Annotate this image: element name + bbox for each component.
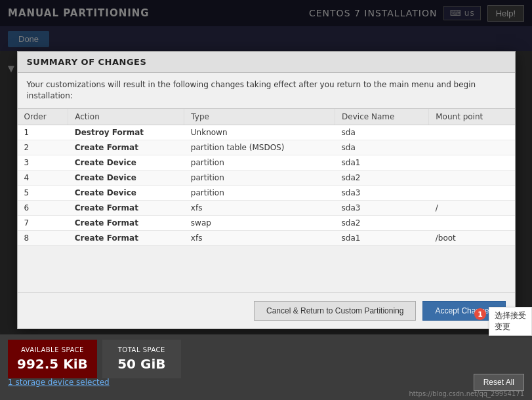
cell-mount [429, 140, 515, 155]
cell-mount [429, 215, 515, 230]
table-body: 1Destroy FormatUnknownsda2Create Formatp… [18, 125, 515, 245]
cell-order: 8 [18, 230, 68, 245]
cell-device: sda1 [335, 230, 429, 245]
table-header: Order Action Type Device Name Mount poin… [18, 109, 515, 125]
cell-action: Create Format [68, 140, 184, 155]
cell-device: sda3 [335, 200, 429, 215]
table-row: 4Create Devicepartitionsda2 [18, 170, 515, 185]
modal-footer: Cancel & Return to Custom Partitioning A… [18, 292, 515, 329]
total-space-value: 50 GiB [112, 356, 172, 372]
modal-description: Your customizations will result in the f… [18, 73, 515, 109]
cell-order: 6 [18, 200, 68, 215]
table-row: 7Create Formatswapsda2 [18, 215, 515, 230]
bottom-bar: AVAILABLE SPACE 992.5 KiB TOTAL SPACE 50… [0, 334, 532, 400]
cell-type: partition [184, 185, 335, 200]
col-device: Device Name [335, 109, 429, 125]
cancel-button[interactable]: Cancel & Return to Custom Partitioning [254, 301, 416, 321]
cell-action: Destroy Format [68, 125, 184, 140]
tooltip-text: 选择接受变更 [489, 307, 532, 336]
cell-device: sda [335, 125, 429, 140]
table-row: 6Create Formatxfssda3/ [18, 200, 515, 215]
reset-all-button[interactable]: Reset All [474, 374, 524, 391]
cell-order: 7 [18, 215, 68, 230]
cell-action: Create Device [68, 185, 184, 200]
total-space-label: TOTAL SPACE [112, 346, 172, 353]
cell-order: 2 [18, 140, 68, 155]
cell-type: partition table (MSDOS) [184, 140, 335, 155]
col-order: Order [18, 109, 68, 125]
changes-table: Order Action Type Device Name Mount poin… [18, 109, 515, 246]
available-space-box: AVAILABLE SPACE 992.5 KiB [8, 340, 97, 378]
cell-type: swap [184, 215, 335, 230]
available-space-value: 992.5 KiB [17, 356, 88, 372]
cell-mount [429, 170, 515, 185]
modal-title: SUMMARY OF CHANGES [18, 52, 515, 73]
changes-table-container: Order Action Type Device Name Mount poin… [18, 109, 515, 292]
total-space-box: TOTAL SPACE 50 GiB [102, 340, 181, 378]
tooltip-badge: 1 选择接受变更 [474, 307, 532, 336]
cell-device: sda [335, 140, 429, 155]
table-row: 5Create Devicepartitionsda3 [18, 185, 515, 200]
table-row: 3Create Devicepartitionsda1 [18, 155, 515, 170]
cell-action: Create Format [68, 230, 184, 245]
cell-action: Create Format [68, 200, 184, 215]
cell-type: partition [184, 155, 335, 170]
col-type: Type [184, 109, 335, 125]
cell-type: xfs [184, 200, 335, 215]
table-row: 1Destroy FormatUnknownsda [18, 125, 515, 140]
cell-action: Create Device [68, 155, 184, 170]
cell-mount [429, 185, 515, 200]
cell-type: xfs [184, 230, 335, 245]
cell-order: 1 [18, 125, 68, 140]
csdn-url: https://blog.csdn.net/qq_29954171 [409, 390, 524, 397]
cell-device: sda2 [335, 170, 429, 185]
cell-mount: / [429, 200, 515, 215]
col-action: Action [68, 109, 184, 125]
cell-action: Create Format [68, 215, 184, 230]
table-header-row: Order Action Type Device Name Mount poin… [18, 109, 515, 125]
cell-mount: /boot [429, 230, 515, 245]
cell-order: 5 [18, 185, 68, 200]
table-row: 2Create Formatpartition table (MSDOS)sda [18, 140, 515, 155]
cell-action: Create Device [68, 170, 184, 185]
cell-order: 4 [18, 170, 68, 185]
badge-number: 1 [474, 308, 486, 320]
cell-mount [429, 155, 515, 170]
table-row: 8Create Formatxfssda1/boot [18, 230, 515, 245]
cell-device: sda3 [335, 185, 429, 200]
cell-type: partition [184, 170, 335, 185]
cell-mount [429, 125, 515, 140]
cell-device: sda2 [335, 215, 429, 230]
col-mount: Mount point [429, 109, 515, 125]
cell-device: sda1 [335, 155, 429, 170]
available-space-label: AVAILABLE SPACE [17, 346, 88, 353]
cell-type: Unknown [184, 125, 335, 140]
summary-modal: SUMMARY OF CHANGES Your customizations w… [17, 51, 516, 329]
storage-device-link[interactable]: 1 storage device selected [8, 378, 110, 387]
cell-order: 3 [18, 155, 68, 170]
